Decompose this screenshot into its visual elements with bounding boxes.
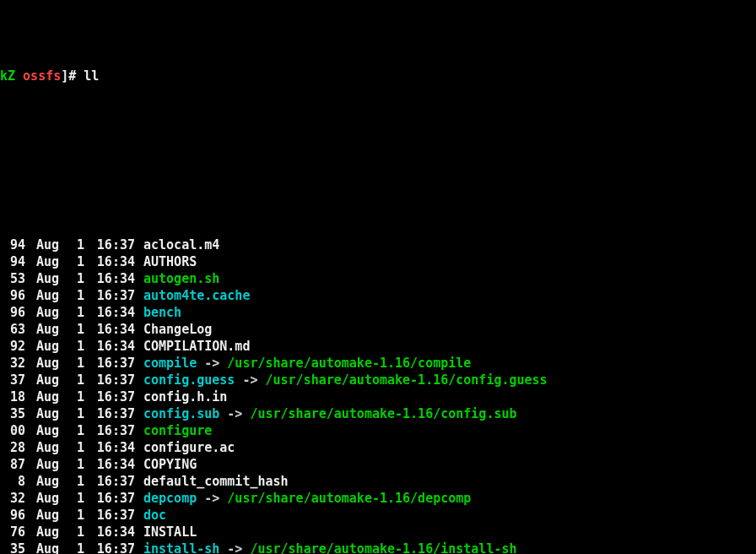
file-size: 96 — [0, 304, 25, 321]
file-name-text: configure.ac — [143, 440, 235, 455]
file-size: 8 — [0, 473, 25, 490]
file-name-text: INSTALL — [143, 524, 197, 540]
symlink-arrow: -> — [219, 541, 250, 554]
list-item: 18Aug116:37config.h.in — [0, 388, 756, 405]
list-item: 32Aug116:37compile -> /usr/share/automak… — [0, 355, 756, 372]
file-name: install-sh -> /usr/share/automake-1.16/i… — [135, 540, 517, 554]
file-name-text: default_commit_hash — [143, 474, 289, 489]
file-day: 1 — [59, 422, 84, 439]
file-month: Aug — [25, 524, 59, 540]
file-name: autogen.sh — [135, 270, 219, 287]
file-listing: 94Aug116:37aclocal.m494Aug116:34AUTHORS5… — [0, 236, 756, 554]
list-item: 87Aug116:34COPYING — [0, 456, 756, 473]
file-time: 16:37 — [84, 405, 135, 422]
prompt-host: kZ — [0, 68, 15, 84]
file-day: 1 — [59, 524, 84, 540]
file-size: 94 — [0, 236, 25, 253]
file-time: 16:34 — [84, 304, 135, 321]
file-time: 16:37 — [84, 422, 135, 439]
file-size: 32 — [0, 490, 25, 507]
symlink-target: /usr/share/automake-1.16/config.guess — [266, 372, 548, 388]
file-time: 16:34 — [84, 524, 135, 540]
list-item: 00Aug116:37configure — [0, 422, 756, 439]
file-month: Aug — [25, 321, 59, 338]
file-month: Aug — [25, 287, 59, 304]
command-text: ll — [84, 68, 99, 84]
terminal-output: kZ ossfs ] # ll 94Aug116:37aclocal.m494A… — [0, 0, 756, 554]
file-name-text: config.h.in — [143, 389, 227, 405]
file-month: Aug — [25, 490, 59, 507]
file-size: 76 — [0, 524, 25, 540]
file-time: 16:34 — [84, 456, 135, 473]
list-item: 53Aug116:34autogen.sh — [0, 270, 756, 287]
file-name-text: autogen.sh — [143, 271, 219, 286]
file-day: 1 — [59, 236, 84, 253]
list-item: 37Aug116:37config.guess -> /usr/share/au… — [0, 372, 756, 388]
file-time: 16:34 — [84, 253, 135, 270]
file-name: bench — [135, 304, 181, 321]
list-item: 92Aug116:34COMPILATION.md — [0, 338, 756, 355]
file-size: 96 — [0, 287, 25, 304]
file-month: Aug — [25, 405, 59, 422]
file-time: 16:37 — [84, 388, 135, 405]
file-name: ChangeLog — [135, 321, 212, 338]
file-month: Aug — [25, 439, 59, 456]
blank-line — [0, 152, 756, 169]
file-time: 16:37 — [84, 372, 135, 388]
file-day: 1 — [59, 304, 84, 321]
file-day: 1 — [59, 372, 84, 388]
file-size: 63 — [0, 321, 25, 338]
file-name-text: ChangeLog — [143, 322, 212, 337]
file-size: 94 — [0, 253, 25, 270]
file-month: Aug — [25, 456, 59, 473]
symlink-target: /usr/share/automake-1.16/config.sub — [250, 406, 516, 421]
prompt-cwd: ossfs — [23, 68, 61, 84]
file-size: 37 — [0, 372, 25, 388]
file-name-text: bench — [143, 305, 181, 320]
file-month: Aug — [25, 270, 59, 287]
file-day: 1 — [59, 540, 84, 554]
file-day: 1 — [59, 338, 84, 355]
file-day: 1 — [59, 355, 84, 372]
file-name-text: COPYING — [143, 457, 197, 472]
file-name: default_commit_hash — [135, 473, 289, 490]
file-name: AUTHORS — [135, 253, 197, 270]
file-name-text: install-sh — [143, 541, 219, 554]
file-size: 92 — [0, 338, 25, 355]
file-time: 16:37 — [84, 507, 135, 524]
file-name-text: autom4te.cache — [143, 288, 250, 303]
list-item: 96Aug116:37autom4te.cache — [0, 287, 756, 304]
list-item: 63Aug116:34ChangeLog — [0, 321, 756, 338]
file-day: 1 — [59, 253, 84, 270]
prompt-line-top[interactable]: kZ ossfs ] # ll — [0, 68, 756, 84]
file-time: 16:34 — [84, 321, 135, 338]
file-day: 1 — [59, 321, 84, 338]
file-name: COMPILATION.md — [135, 338, 250, 355]
list-item: 96Aug116:34bench — [0, 304, 756, 321]
file-name-text: config.sub — [143, 406, 219, 421]
file-name: config.h.in — [135, 388, 227, 405]
file-time: 16:37 — [84, 236, 135, 253]
file-name: COPYING — [135, 456, 197, 473]
list-item: 96Aug116:37doc — [0, 507, 756, 524]
file-name-text: configure — [143, 423, 212, 438]
symlink-target: /usr/share/automake-1.16/depcomp — [227, 491, 471, 506]
symlink-arrow: -> — [219, 406, 250, 421]
file-size: 28 — [0, 439, 25, 456]
file-name: config.sub -> /usr/share/automake-1.16/c… — [135, 405, 517, 422]
file-time: 16:37 — [84, 355, 135, 372]
list-item: 35Aug116:37install-sh -> /usr/share/auto… — [0, 540, 756, 554]
file-name-text: config.guess — [143, 372, 235, 388]
file-month: Aug — [25, 253, 59, 270]
file-size: 35 — [0, 405, 25, 422]
file-month: Aug — [25, 372, 59, 388]
prompt-bracket: ] — [61, 68, 68, 84]
file-name-text: aclocal.m4 — [143, 237, 219, 253]
file-month: Aug — [25, 338, 59, 355]
list-item: 76Aug116:34INSTALL — [0, 524, 756, 540]
symlink-arrow: -> — [197, 491, 227, 506]
file-month: Aug — [25, 540, 59, 554]
list-item: 35Aug116:37config.sub -> /usr/share/auto… — [0, 405, 756, 422]
file-name: doc — [135, 507, 166, 524]
list-item: 94Aug116:37aclocal.m4 — [0, 236, 756, 253]
